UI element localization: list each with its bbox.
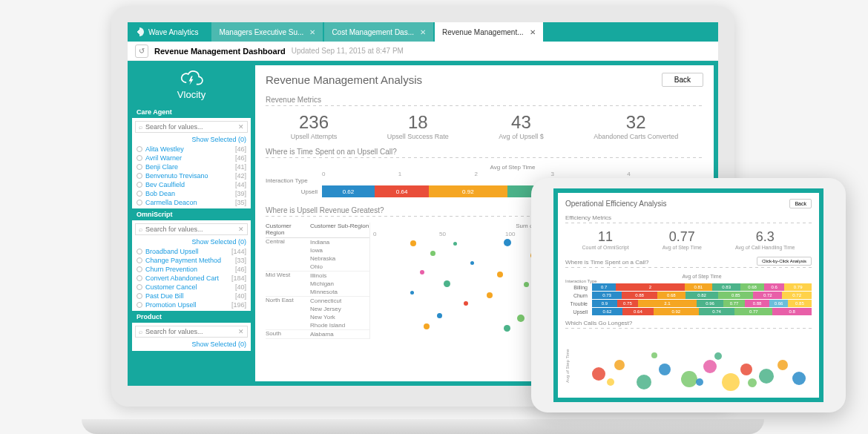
scatter-dot[interactable] <box>453 242 457 246</box>
scatter-dot[interactable] <box>424 323 430 329</box>
filter-option[interactable]: Carmella Deacon[35] <box>132 198 251 207</box>
tab[interactable]: Cost Management Das...✕ <box>324 22 433 42</box>
subregion-name: Connecticut <box>310 297 369 305</box>
scatter-dot[interactable] <box>524 282 529 287</box>
bar-segment[interactable]: 0.96 <box>697 300 723 307</box>
bar-segment[interactable]: 0.85 <box>788 300 812 307</box>
bar-segment[interactable]: 0.62 <box>592 308 622 315</box>
bar-segment[interactable]: 0.79 <box>784 283 811 291</box>
bar-segment[interactable]: 0.85 <box>718 292 753 299</box>
bubble-point[interactable] <box>614 360 625 370</box>
close-icon[interactable]: ✕ <box>530 28 536 36</box>
clear-icon[interactable]: ✕ <box>238 123 244 131</box>
clear-icon[interactable]: ✕ <box>238 328 244 335</box>
radio-icon <box>137 191 142 197</box>
scatter-dot[interactable] <box>410 291 414 295</box>
back-button[interactable]: Back <box>662 73 703 87</box>
bubble-point[interactable] <box>759 369 774 384</box>
scatter-dot[interactable] <box>420 270 424 274</box>
bubble-point[interactable] <box>748 378 757 387</box>
filter-option[interactable]: Broadband Upsell[144] <box>132 247 251 256</box>
tab[interactable]: Revenue Management...✕ <box>435 22 543 42</box>
scatter-dot[interactable] <box>437 313 442 318</box>
bar-segment[interactable]: 0.92 <box>654 308 699 315</box>
show-selected-link[interactable]: Show Selected (0) <box>132 341 251 349</box>
history-back-button[interactable]: ↺ <box>135 45 148 58</box>
bubble-point[interactable] <box>714 352 722 360</box>
clear-icon[interactable]: ✕ <box>238 226 244 233</box>
bar-segment[interactable]: 0.66 <box>769 300 788 307</box>
close-icon[interactable]: ✕ <box>309 28 315 36</box>
bubble-point[interactable] <box>696 378 703 386</box>
scatter-dot[interactable] <box>487 292 493 298</box>
bar-segment[interactable]: 0.82 <box>685 292 719 299</box>
bubble-point[interactable] <box>681 371 697 387</box>
filter-option[interactable]: Convert Abandoned Cart[184] <box>132 274 251 283</box>
bar-segment[interactable]: 0.73 <box>592 292 622 299</box>
scatter-dot[interactable] <box>517 315 525 322</box>
filter-option[interactable]: Benvenuto Trevisano[42] <box>132 171 251 180</box>
bar-segment[interactable]: 0.88 <box>745 300 769 307</box>
search-input[interactable] <box>145 226 235 233</box>
click-analysis-button[interactable]: Click-by-Click Analysis <box>757 257 812 266</box>
bar-segment[interactable]: 0.77 <box>734 308 772 315</box>
bar-segment[interactable]: 0.81 <box>685 283 712 291</box>
filter-option[interactable]: Bev Caulfield[44] <box>132 180 251 189</box>
scatter-dot[interactable] <box>504 325 510 332</box>
bubble-point[interactable] <box>740 364 752 375</box>
tablet-back-button[interactable]: Back <box>789 199 812 208</box>
filter-option[interactable]: Alita Westley[46] <box>132 145 251 154</box>
bar-segment[interactable]: 0.88 <box>622 292 657 299</box>
wave-home-tab[interactable]: Wave Analytics <box>128 22 210 42</box>
filter-option[interactable]: Promotion Upsell[196] <box>132 300 251 309</box>
bubble-point[interactable] <box>651 352 657 358</box>
scatter-dot[interactable] <box>430 251 435 256</box>
bar-segment[interactable]: 2.1 <box>638 300 697 307</box>
scatter-dot[interactable] <box>470 261 474 265</box>
bar-segment[interactable]: 0.75 <box>617 300 638 307</box>
bubble-point[interactable] <box>722 373 740 391</box>
bar-segment[interactable]: 0.64 <box>622 308 654 315</box>
filter-option[interactable]: Change Payment Method[33] <box>132 256 251 265</box>
bar-segment[interactable]: 2 <box>616 283 684 291</box>
scatter-dot[interactable] <box>497 272 503 277</box>
filter-option[interactable]: Avril Warner[46] <box>132 154 251 162</box>
close-icon[interactable]: ✕ <box>420 28 426 36</box>
bar-segment[interactable]: 0.72 <box>782 292 811 299</box>
bubble-point[interactable] <box>659 364 671 375</box>
search-input[interactable] <box>145 328 235 335</box>
filter-option[interactable]: Customer Cancel[40] <box>132 283 251 292</box>
bubble-point[interactable] <box>607 378 614 386</box>
show-selected-link[interactable]: Show Selected (0) <box>132 238 251 247</box>
bubble-point[interactable] <box>792 372 806 385</box>
bar-segment[interactable]: 0.68 <box>740 283 763 291</box>
bar-segment[interactable]: 0.68 <box>657 292 685 299</box>
bar-segment[interactable]: 0.6 <box>764 283 785 291</box>
filter-option[interactable]: Churn Prevention[46] <box>132 265 251 274</box>
bar-segment[interactable]: 0.8 <box>772 308 812 315</box>
search-icon: ⌕ <box>139 328 142 335</box>
scatter-dot[interactable] <box>464 301 468 306</box>
bubble-point[interactable] <box>637 375 651 389</box>
scatter-dot[interactable] <box>410 240 416 246</box>
bar-segment[interactable]: 0.77 <box>723 300 745 307</box>
bar-segment[interactable]: 0.64 <box>375 185 429 197</box>
bubble-point[interactable] <box>592 367 605 381</box>
bar-segment[interactable]: 0.74 <box>699 308 735 315</box>
scatter-dot[interactable] <box>444 280 450 287</box>
bar-segment[interactable]: 0.92 <box>429 185 507 197</box>
tab[interactable]: Managers Executive Su...✕ <box>211 22 323 42</box>
filter-option[interactable]: Benji Clare[41] <box>132 162 251 171</box>
bubble-point[interactable] <box>703 360 717 373</box>
bar-segment[interactable]: 0.7 <box>592 283 616 291</box>
bar-segment[interactable]: 0.9 <box>592 300 617 307</box>
bar-segment[interactable]: 0.83 <box>712 283 740 291</box>
bubble-point[interactable] <box>777 360 788 370</box>
search-input[interactable] <box>145 123 235 131</box>
bar-segment[interactable]: 0.62 <box>322 185 375 197</box>
show-selected-link[interactable]: Show Selected (0) <box>132 136 251 145</box>
bar-segment[interactable]: 0.72 <box>753 292 782 299</box>
scatter-dot[interactable] <box>504 239 511 246</box>
filter-option[interactable]: Past Due Bill[40] <box>132 292 251 300</box>
filter-option[interactable]: Bob Dean[39] <box>132 189 251 198</box>
